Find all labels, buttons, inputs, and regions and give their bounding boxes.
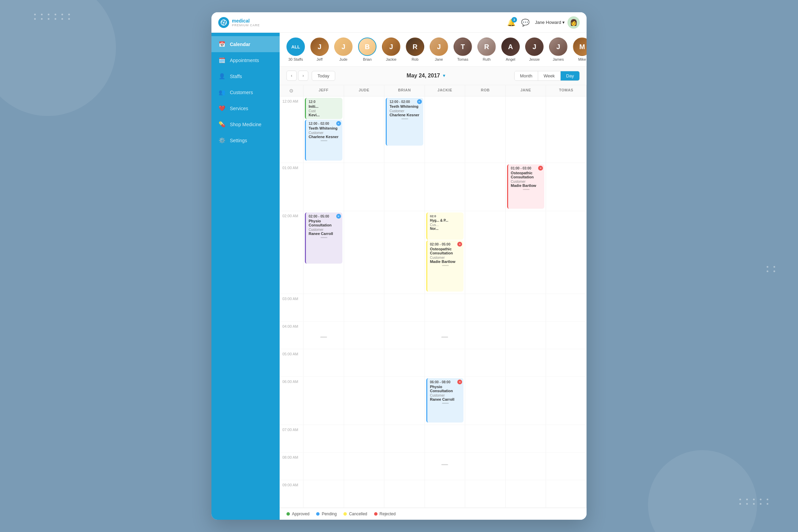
close-button[interactable]: ✕ <box>417 99 422 104</box>
staff-jude[interactable]: J Jude <box>334 38 353 61</box>
close-button[interactable]: ✕ <box>336 121 341 126</box>
sidebar-item-staffs[interactable]: 👤 Staffs <box>211 68 280 84</box>
staff-all-button[interactable]: ALL 30 Staffs <box>286 38 305 61</box>
drag-handle[interactable] <box>321 140 327 141</box>
close-button[interactable]: ✕ <box>336 214 341 219</box>
jane-col-2am <box>506 211 546 294</box>
view-buttons: Month Week Day <box>514 71 580 81</box>
today-button[interactable]: Today <box>312 71 335 81</box>
angel-name: Angel <box>506 57 515 61</box>
jackie-appt-06[interactable]: ✕ 06:00 - 08:00 Physio Consultation Cust… <box>426 378 464 423</box>
jackie-header: JACKIE <box>425 85 466 96</box>
brian-appt-12[interactable]: ✕ 12:00 - 02:00 Teeth Whitening Customer… <box>386 98 423 146</box>
sidebar-item-appointments[interactable]: 🗓️ Appointments <box>211 52 280 68</box>
sidebar-label-shop: Shop Medicine <box>230 122 262 127</box>
prev-button[interactable]: ‹ <box>286 71 297 81</box>
time-row-9am: 09:00 AM <box>280 480 587 508</box>
jane-col-7am <box>506 425 546 452</box>
legend-cancelled: Cancelled <box>343 512 367 516</box>
jeff-appt-02[interactable]: ✕ 02:00 - 05:00 Physio Consultation Cust… <box>305 212 342 264</box>
staff-mike[interactable]: M Mike <box>573 38 587 61</box>
jessie-name: Jessie <box>529 57 540 61</box>
jackie-col-7am <box>425 425 466 452</box>
james-name: James <box>553 57 564 61</box>
time-label-8am: 08:00 AM <box>280 453 304 480</box>
time-row-4am: 04:00 AM <box>280 322 587 349</box>
sidebar-item-services[interactable]: ❤️ Services <box>211 100 280 116</box>
jude-col-8am <box>344 453 385 480</box>
jane-header: JANE <box>506 85 546 96</box>
time-row-2am: 02:00 AM ✕ 02:00 - 05:00 Physio Consulta… <box>280 211 587 294</box>
sidebar-item-calendar[interactable]: 📅 Calendar <box>211 36 280 52</box>
notification-button[interactable]: 🔔 3 <box>507 18 516 27</box>
close-button[interactable]: ✕ <box>457 242 462 247</box>
sidebar-item-shop-medicine[interactable]: 💊 Shop Medicine <box>211 116 280 132</box>
message-button[interactable]: 💬 <box>521 18 530 27</box>
jeff-appt-init[interactable]: 12:0 Initi... Cust Kevi... <box>305 98 342 119</box>
staff-jessie[interactable]: J Jessie <box>525 38 544 61</box>
user-info[interactable]: Jane Howard ▾ 👩 <box>535 16 580 29</box>
drag-handle[interactable] <box>442 265 449 266</box>
sidebar-item-settings[interactable]: ⚙️ Settings <box>211 132 280 148</box>
sidebar-item-customers[interactable]: 👥 Customers <box>211 84 280 100</box>
drag-handle[interactable] <box>523 189 530 190</box>
time-label-9am: 09:00 AM <box>280 480 304 507</box>
close-button[interactable]: ✕ <box>538 166 543 171</box>
cancelled-dot <box>343 512 347 516</box>
date-chevron-icon: ▼ <box>442 73 446 78</box>
staff-jeff[interactable]: J Jeff <box>310 38 329 61</box>
legend-approved: Approved <box>286 512 309 516</box>
appt-title: Hyg... & P... <box>430 219 461 222</box>
appt-time: 02:00 - 05:00 <box>309 215 340 218</box>
staff-james[interactable]: J James <box>549 38 567 61</box>
tomas-col-4am <box>546 322 587 349</box>
day-view-button[interactable]: Day <box>561 71 579 80</box>
logo-subtitle: PREMIUM CARE <box>232 24 260 27</box>
header-actions: 🔔 3 💬 Jane Howard ▾ 👩 <box>507 16 580 29</box>
staff-angel[interactable]: A Angel <box>501 38 520 61</box>
jeff-appt-12[interactable]: ✕ 12:00 - 02:00 Teeth Whitening Customer… <box>305 120 342 161</box>
next-button[interactable]: › <box>298 71 308 81</box>
staff-tomas[interactable]: T Tomas <box>454 38 472 61</box>
header: medical PREMIUM CARE 🔔 3 💬 Jane Howard ▾… <box>211 12 587 33</box>
jane-col-1am: ✕ 01:00 - 03:00 Osteopathic Consultation… <box>506 163 546 211</box>
appt-customer-label: Customer <box>309 228 340 232</box>
sidebar-label-settings: Settings <box>230 138 247 143</box>
staff-rob[interactable]: R Rob <box>406 38 424 61</box>
appt-time: 12:0 <box>309 100 340 104</box>
jackie-init[interactable]: 02:0 Hyg... & P... Cus... Nor... <box>426 212 464 240</box>
calendar-grid-wrapper: ⊙ JEFF JUDE BRIAN JACKIE ROB JANE TOMAS … <box>280 85 587 508</box>
customers-icon: 👥 <box>218 89 226 95</box>
drag-handle[interactable] <box>321 237 327 238</box>
jackie-appt-02[interactable]: ✕ 02:00 - 05:00 Osteopathic Consultation… <box>426 240 464 292</box>
appt-customer-label: Customer <box>511 180 542 183</box>
notification-badge: 3 <box>512 17 517 23</box>
drag-handle[interactable] <box>442 403 449 404</box>
rob-name: Rob <box>412 57 418 61</box>
rejected-label: Rejected <box>380 512 396 516</box>
drag-handle-jeff[interactable] <box>320 337 327 338</box>
staff-jane[interactable]: J Jane <box>430 38 448 61</box>
jane-appt-01[interactable]: ✕ 01:00 - 03:00 Osteopathic Consultation… <box>507 164 545 209</box>
jude-col-6am <box>344 377 385 425</box>
appt-customer: Nor... <box>430 227 461 231</box>
drag-handle-jackie[interactable] <box>441 337 448 338</box>
brian-col-2am <box>384 211 425 294</box>
drag-handle-jackie-08[interactable] <box>441 464 448 465</box>
jane-col-8am <box>506 453 546 480</box>
all-circle: ALL <box>286 38 305 56</box>
staff-ruth[interactable]: R Ruth <box>477 38 496 61</box>
appt-title: Osteopathic Consultation <box>430 247 461 255</box>
staff-brian[interactable]: B Brian <box>358 38 376 61</box>
appt-customer-label: Cus... <box>430 223 461 227</box>
appt-title: Initi... <box>309 104 340 108</box>
drag-handle[interactable] <box>401 118 408 119</box>
staff-jackie[interactable]: J Jackie <box>382 38 400 61</box>
week-view-button[interactable]: Week <box>538 71 561 80</box>
close-button[interactable]: ✕ <box>457 380 462 384</box>
jane-col-3am <box>506 294 546 321</box>
appt-time: 01:00 - 03:00 <box>511 166 542 170</box>
time-label-6am: 06:00 AM <box>280 377 304 425</box>
month-view-button[interactable]: Month <box>515 71 538 80</box>
tomas-name: Tomas <box>457 57 468 61</box>
